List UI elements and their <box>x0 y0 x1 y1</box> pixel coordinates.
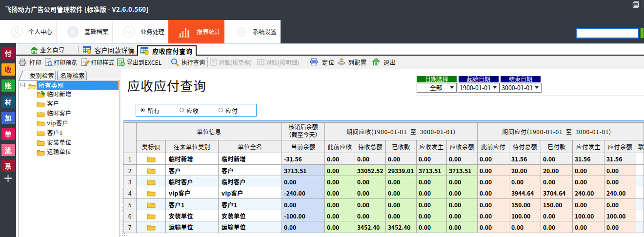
svg-text:AD: AD <box>126 30 133 35</box>
